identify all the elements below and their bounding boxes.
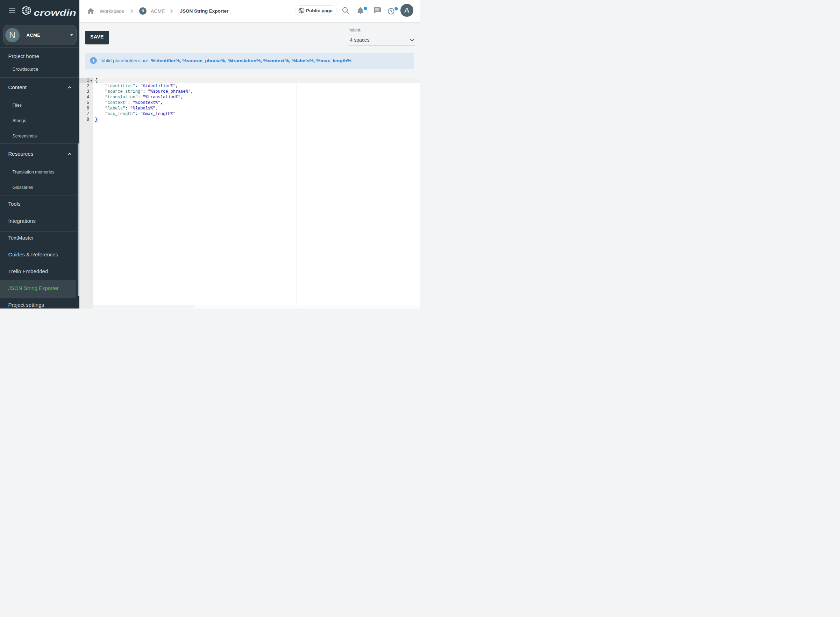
svg-text:crowdin: crowdin <box>34 8 76 16</box>
svg-text:?: ? <box>390 9 392 14</box>
